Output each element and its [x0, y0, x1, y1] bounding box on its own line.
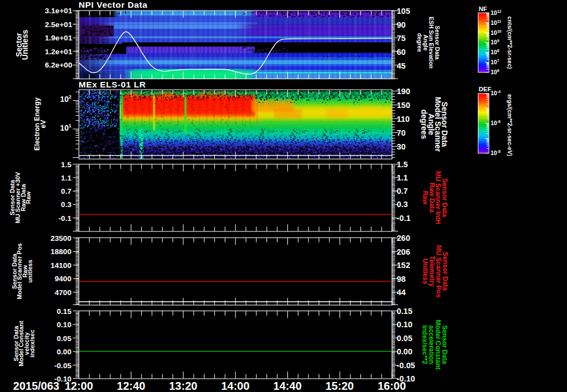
svg-text:0.05: 0.05	[57, 334, 72, 343]
svg-text:-0.05: -0.05	[397, 361, 415, 370]
svg-text:9400: 9400	[55, 275, 71, 283]
svg-text:152: 152	[397, 261, 410, 270]
svg-text:110: 110	[397, 115, 410, 123]
svg-text:70: 70	[397, 128, 406, 137]
svg-text:6.2e+00: 6.2e+00	[45, 61, 73, 69]
svg-text:MEx ELS-01 LR: MEx ELS-01 LR	[79, 80, 146, 89]
svg-text:0.15: 0.15	[397, 307, 413, 316]
svg-text:30: 30	[397, 142, 406, 151]
svg-text:206: 206	[397, 247, 410, 256]
svg-text:Raw: Raw	[421, 191, 429, 205]
svg-text:12:40: 12:40	[117, 380, 145, 392]
svg-text:98: 98	[397, 275, 406, 283]
svg-text:DEF: DEF	[479, 86, 492, 92]
svg-text:NPI Vector Data: NPI Vector Data	[79, 0, 147, 9]
svg-text:4700: 4700	[55, 288, 71, 297]
svg-text:15:20: 15:20	[326, 380, 354, 392]
svg-text:-0.1: -0.1	[59, 214, 72, 223]
svg-text:1.5: 1.5	[61, 161, 71, 169]
svg-text:1.5: 1.5	[397, 160, 408, 169]
svg-text:14100: 14100	[50, 261, 71, 270]
svg-text:cnts/(cm**2-sr-sec): cnts/(cm**2-sr-sec)	[507, 16, 513, 69]
svg-text:degree: degree	[416, 33, 423, 53]
svg-text:16:00: 16:00	[378, 380, 406, 392]
svg-text:18800: 18800	[50, 247, 71, 256]
svg-text:75: 75	[397, 34, 406, 43]
svg-text:unitless: unitless	[27, 260, 33, 283]
svg-text:13:20: 13:20	[169, 380, 197, 392]
svg-text:1.1: 1.1	[397, 173, 408, 182]
svg-text:14:00: 14:00	[221, 380, 249, 392]
svg-text:-0.05: -0.05	[54, 362, 71, 370]
svg-text:0.7: 0.7	[61, 187, 71, 195]
svg-text:1.2e+01: 1.2e+01	[45, 48, 73, 56]
svg-text:index/sec**2: index/sec**2	[421, 325, 429, 364]
svg-text:23500: 23500	[50, 234, 71, 243]
svg-text:Raw: Raw	[25, 191, 32, 204]
svg-text:0.3: 0.3	[61, 200, 71, 209]
svg-text:0.10: 0.10	[397, 320, 413, 329]
svg-text:0.7: 0.7	[397, 187, 408, 195]
svg-text:-0.1: -0.1	[397, 214, 411, 223]
svg-text:2.5e+01: 2.5e+01	[45, 20, 73, 29]
svg-text:0.3: 0.3	[397, 200, 408, 209]
svg-text:0.15: 0.15	[57, 307, 72, 316]
svg-text:0.00: 0.00	[397, 347, 413, 356]
svg-text:44: 44	[397, 288, 406, 297]
svg-text:Unitless: Unitless	[20, 30, 29, 60]
svg-text:3.1e+01: 3.1e+01	[45, 7, 73, 15]
svg-text:105: 105	[397, 7, 410, 16]
svg-text:index/sec: index/sec	[29, 329, 35, 357]
svg-text:45: 45	[397, 61, 406, 70]
svg-text:0.00: 0.00	[57, 348, 71, 356]
svg-text:1.9e+01: 1.9e+01	[45, 34, 73, 42]
svg-text:60: 60	[397, 48, 406, 56]
svg-text:1.1: 1.1	[61, 174, 71, 182]
svg-text:0.10: 0.10	[57, 321, 71, 329]
svg-text:Unitless: Unitless	[421, 259, 429, 285]
svg-text:150: 150	[397, 101, 410, 110]
svg-text:12:00: 12:00	[65, 380, 93, 392]
svg-text:90: 90	[397, 20, 406, 29]
svg-text:ergs/(cm**2-sr-sec-eV): ergs/(cm**2-sr-sec-eV)	[507, 94, 513, 156]
svg-text:eV: eV	[39, 120, 47, 128]
svg-text:2015/063: 2015/063	[13, 380, 59, 392]
svg-text:degrees: degrees	[420, 110, 429, 140]
svg-text:260: 260	[397, 234, 410, 243]
svg-text:190: 190	[397, 87, 410, 96]
svg-text:NF: NF	[479, 6, 487, 12]
svg-text:0.05: 0.05	[397, 334, 413, 343]
svg-text:14:40: 14:40	[274, 380, 302, 392]
